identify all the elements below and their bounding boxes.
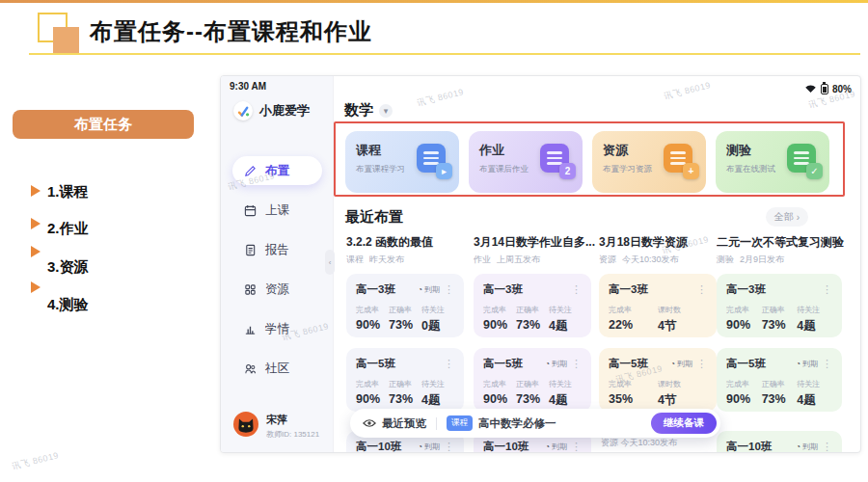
stat: 正确率73% (516, 305, 549, 335)
stat-label: 正确率 (516, 305, 549, 315)
view-all-link[interactable]: 全部 › (766, 207, 808, 227)
class-name: 高一5班 (609, 357, 648, 371)
stat-label: 完成率 (609, 305, 658, 315)
nav-item-label: 布置 (265, 163, 289, 179)
class-card[interactable]: 高一3班◔到期⋮完成率90%正确率73%待关注0题 (346, 274, 464, 337)
due-badge-label: 到期 (802, 442, 818, 452)
action-card-2[interactable]: 作业布置课后作业2 (469, 131, 583, 193)
nav-item-label: 学情 (265, 321, 289, 337)
nav-item-label: 上课 (265, 202, 289, 219)
class-card-header: 高一3班⋮ (609, 282, 707, 297)
class-card-header: 高一3班◔到期⋮ (356, 282, 454, 297)
next-assignment-meta: 资源 今天10:30发布 (601, 437, 677, 449)
more-options-icon[interactable]: ⋮ (444, 283, 454, 296)
homework-icon: 2 (540, 144, 573, 176)
stat-label: 完成率 (483, 379, 516, 389)
preview-bar[interactable]: 最近预览 课程 高中数学必修一 继续备课 (350, 409, 720, 438)
course-icon: ▸ (417, 144, 449, 176)
teacher-id: 教师ID: 135121 (266, 429, 319, 440)
more-options-icon[interactable]: ⋮ (444, 358, 454, 370)
class-card[interactable]: 高一5班◔到期⋮完成率90%正确率73%待关注4题 (474, 348, 591, 412)
stat-value: 90% (726, 318, 762, 332)
nav-item-grid[interactable]: 资源 (232, 275, 322, 304)
stat-label: 待关注 (797, 379, 832, 389)
class-card[interactable]: 高一3班⋮完成率22%课时数4节 (599, 274, 717, 337)
stat-value: 35% (609, 392, 658, 406)
stat: 完成率22% (609, 305, 658, 335)
bullet-triangle-icon (31, 281, 41, 293)
class-card-header: 高一10班◔到期⋮ (483, 440, 582, 453)
stat-label: 完成率 (726, 305, 762, 315)
course-icon-badge: ▸ (436, 163, 452, 179)
assignment-type-label: 作业 (474, 254, 491, 266)
assignment-meta: 资源今天10:30发布 (599, 254, 679, 266)
list-item-label: 4.测验 (47, 296, 89, 312)
action-card-3[interactable]: 资源布置学习资源+ (592, 131, 706, 193)
class-card-header: 高一5班◔到期⋮ (726, 357, 832, 371)
class-name: 高一5班 (356, 357, 395, 371)
assignment-date: 2月9日发布 (740, 254, 784, 266)
class-card-stats: 完成率90%正确率73%待关注4题 (726, 379, 832, 409)
class-card[interactable]: 高一5班⋮完成率90%正确率73%待关注4题 (346, 348, 464, 412)
homework-icon-badge: 2 (559, 163, 576, 179)
assignment-type-label: 资源 (599, 254, 616, 266)
subject-dropdown[interactable]: 数学 ▾ (344, 101, 393, 120)
more-options-icon[interactable]: ⋮ (822, 441, 832, 453)
nav-item-pen[interactable]: 布置 (232, 156, 322, 185)
teacher-profile[interactable]: 宋萍 教师ID: 135121 (233, 412, 319, 441)
stat: 完成率90% (356, 305, 389, 335)
bullet-triangle-icon (31, 246, 41, 257)
class-card[interactable]: 高一3班⋮完成率90%正确率73%待关注4题 (474, 274, 591, 337)
nav-item-users[interactable]: 社区 (232, 354, 322, 383)
due-badge: ◔到期 (418, 284, 440, 295)
class-card[interactable]: 高一5班◔到期⋮完成率35%课时数4节 (599, 348, 717, 412)
stat: 正确率73% (516, 379, 549, 409)
more-options-icon[interactable]: ⋮ (571, 441, 582, 453)
class-name: 高一5班 (726, 357, 766, 371)
continue-prep-button[interactable]: 继续备课 (651, 413, 717, 434)
action-card-4[interactable]: 测验布置在线测试✓ (716, 131, 829, 193)
tablet-screenshot: 9:30 AM 80% 小鹿爱学 布置上课报告资源学情社区 ‹ 宋萍 教 (220, 75, 861, 453)
stat: 完成率35% (609, 379, 658, 409)
more-options-icon[interactable]: ⋮ (571, 283, 582, 296)
class-card[interactable]: 高一10班◔到期⋮ (717, 431, 842, 453)
chart-icon (244, 323, 257, 335)
status-icons: 80% (804, 80, 852, 97)
nav-item-chart[interactable]: 学情 (232, 314, 322, 343)
class-card[interactable]: 高一3班⋮完成率90%正确率73%待关注4题 (717, 274, 842, 337)
recent-section-title: 最近布置 (345, 208, 403, 227)
stat: 课时数4节 (658, 305, 707, 335)
stat-label: 正确率 (389, 305, 421, 315)
clock-time: 9:30 AM (230, 81, 266, 92)
battery-percent: 80% (832, 84, 852, 94)
calendar-icon (244, 204, 257, 217)
class-card-header: 高一10班◔到期⋮ (726, 440, 832, 453)
battery-icon (821, 84, 828, 94)
stat: 完成率90% (726, 305, 762, 335)
class-card[interactable]: 高一5班◔到期⋮完成率90%正确率73%待关注4题 (717, 348, 842, 412)
more-options-icon[interactable]: ⋮ (696, 283, 707, 296)
assignment-type-label: 课程 (346, 254, 364, 266)
stat-label: 正确率 (389, 379, 421, 389)
nav-item-calendar[interactable]: 上课 (232, 196, 322, 225)
recent-column-4: 二元一次不等式复习测验测验2月9日发布高一3班⋮完成率90%正确率73%待关注4… (717, 230, 842, 453)
more-options-icon[interactable]: ⋮ (696, 358, 707, 370)
stat-value: 90% (483, 392, 516, 406)
list-item-label: 2.作业 (47, 220, 89, 236)
nav-item-report[interactable]: 报告 (232, 235, 322, 264)
more-options-icon[interactable]: ⋮ (822, 358, 832, 370)
more-options-icon[interactable]: ⋮ (444, 441, 454, 453)
class-card-header: 高一3班⋮ (483, 282, 582, 297)
action-card-1[interactable]: 课程布置课程学习▸ (345, 131, 459, 193)
app-sidebar: 小鹿爱学 布置上课报告资源学情社区 ‹ 宋萍 教师ID: 135121 (221, 76, 334, 453)
more-options-icon[interactable]: ⋮ (822, 283, 832, 296)
report-icon (244, 244, 257, 256)
stat: 待关注4题 (421, 379, 454, 409)
stat-value: 90% (726, 392, 762, 406)
stat: 待关注4题 (549, 379, 582, 409)
recent-preview-label: 最近预览 (382, 416, 426, 431)
course-name: 高中数学必修一 (478, 416, 556, 431)
stat-value: 4节 (658, 392, 707, 409)
more-options-icon[interactable]: ⋮ (571, 358, 582, 370)
stat-value: 73% (389, 318, 421, 332)
